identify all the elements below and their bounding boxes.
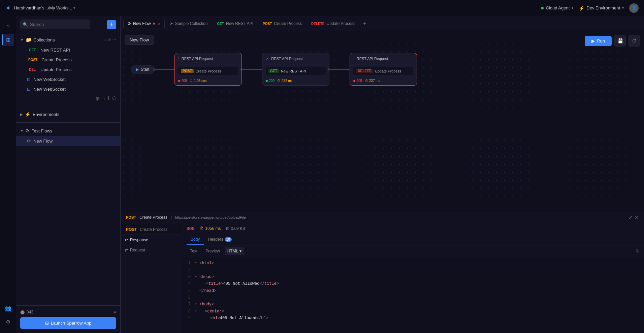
request-icon: ⇄: [125, 248, 128, 252]
panel-close-button[interactable]: ✕: [635, 215, 639, 220]
collapse-button[interactable]: «: [114, 310, 116, 314]
test-flows-section-header[interactable]: ▼ ⟳ Test Flows: [16, 125, 120, 136]
code-line-4: 4 <title>405 Not Allowed</title>: [181, 280, 644, 287]
tab-method-get: GET: [217, 22, 224, 26]
node-success-icon-2: ✓: [266, 56, 269, 61]
panel-sub-item-request[interactable]: ⇄ Request: [121, 245, 181, 255]
workspace-chevron-icon: ▾: [73, 6, 75, 10]
cloud-agent-selector[interactable]: Cloud Agent ▾: [541, 5, 573, 10]
rail-team-icon[interactable]: 👥: [2, 302, 14, 314]
run-button[interactable]: ▶ Run: [585, 36, 612, 46]
resp-tab-body[interactable]: Body: [187, 234, 204, 245]
item-label: New REST API: [40, 48, 70, 53]
collections-section-header[interactable]: ▼ 📁 Collections ↕ ⊕ ⋯: [16, 34, 120, 45]
code-line-7: 7 ▾ <body>: [181, 301, 644, 308]
add-collection-icon[interactable]: ⊕: [107, 37, 111, 42]
collection-item-ws-1[interactable]: ⊡ New WebSocket: [16, 74, 120, 84]
panel-expand-button[interactable]: ⤢: [629, 215, 633, 220]
fmt-preview-button[interactable]: Preview: [202, 247, 223, 255]
rail-home-icon[interactable]: ⌂: [2, 20, 14, 32]
tab-bar: ⟳ New Flow ✕ ➤ Sample Collection GET New…: [121, 16, 644, 31]
fmt-dropdown-chevron: ▾: [239, 249, 242, 253]
tab-post-create-process[interactable]: POST Create Process: [258, 19, 306, 28]
add-item-icon[interactable]: ⊕: [95, 95, 100, 102]
copy-button[interactable]: ⎘: [636, 248, 639, 254]
line-toggle-1[interactable]: ▾: [195, 260, 199, 267]
node-header-left-1: ! REST API Request: [178, 56, 213, 61]
add-button[interactable]: +: [107, 20, 116, 29]
node-status-code-2: 200: [266, 79, 275, 83]
env-label: Dev Environment: [586, 5, 620, 10]
node-endpoint-2: New REST API: [281, 69, 306, 73]
panel-body: POST Create Process ↩ Response ⇄ Request: [121, 223, 644, 333]
tab-delete-update-process[interactable]: DELETE Update Process: [307, 19, 360, 28]
fork-icon[interactable]: ⑃: [102, 95, 105, 102]
more-icon[interactable]: ⋯: [112, 37, 116, 42]
node-footer-1: 405 ⏱ 1.06 sec: [175, 78, 242, 85]
launch-sparrow-button[interactable]: ⊞ Launch Sparrow App: [20, 317, 116, 329]
tab-close-icon[interactable]: ✕: [158, 22, 160, 26]
panel-name-method: POST: [126, 227, 137, 232]
line-content-3: <head>: [199, 274, 214, 280]
flow-node-post-create-process[interactable]: ! REST API Request ··· POST Create Proce…: [174, 53, 242, 86]
panel-method-badge: POST: [126, 215, 136, 219]
tab-add-button[interactable]: +: [360, 19, 369, 28]
canvas-toolbar: New Flow: [125, 35, 154, 45]
node-endpoint-3: Update Process: [375, 69, 401, 73]
code-line-3: 3 ▾ <head>: [181, 274, 644, 280]
line-number-7: 7: [181, 301, 195, 308]
node-menu-2[interactable]: ···: [320, 56, 326, 61]
flow-node-delete-update-process[interactable]: ! REST API Request ··· DELETE Update Pro…: [350, 53, 417, 86]
avatar-icon: 👤: [632, 6, 637, 10]
test-flow-item-new-flow[interactable]: ⟳ New Flow: [16, 136, 120, 146]
collections-collapse-icon: ▼: [20, 38, 24, 42]
sort-icon[interactable]: ↕: [104, 37, 106, 42]
node-menu-1[interactable]: ···: [232, 56, 238, 61]
tab-new-flow[interactable]: ⟳ New Flow ✕: [123, 19, 165, 28]
share-icon[interactable]: ⬡: [112, 95, 116, 102]
search-input[interactable]: [20, 20, 90, 29]
tab-get-new-rest-api[interactable]: GET New REST API: [213, 19, 258, 28]
collection-item-post-create-process[interactable]: POST Create Process: [16, 55, 120, 65]
rail-settings-icon[interactable]: ⚙: [2, 315, 14, 328]
fmt-html-dropdown[interactable]: HTML ▾: [225, 247, 245, 255]
icon-rail: ⌂ ⊞ 👥 ⚙: [0, 16, 16, 333]
info-icon[interactable]: ℹ: [108, 95, 109, 102]
agent-chevron-icon: ▾: [572, 6, 573, 10]
workspace-label[interactable]: Harshvardhan's.../My Works... ▾: [14, 5, 75, 10]
user-avatar[interactable]: 👤: [629, 3, 639, 13]
flow-canvas[interactable]: New Flow ▶ Run 💾 ⏱ ▶ S: [121, 31, 644, 212]
node-menu-3[interactable]: ···: [408, 56, 414, 61]
environments-section-header[interactable]: ▶ ⚡ Environments: [16, 109, 120, 120]
collection-item-ws-2[interactable]: ⊡ New WebSocket: [16, 84, 120, 94]
start-node[interactable]: ▶ Start: [131, 65, 154, 74]
node-method-row-2: GET New REST API: [266, 67, 326, 75]
collections-label: Collections: [33, 37, 55, 42]
history-button[interactable]: ⏱: [629, 35, 640, 47]
tab-label: Sample Collection: [175, 21, 208, 26]
node-error-icon-3: !: [353, 56, 354, 61]
code-view[interactable]: 1 ▾ <html> 2 3 ▾ <head>: [181, 257, 644, 333]
flow-node-get-new-rest-api[interactable]: ✓ REST API Request ··· GET New REST API: [262, 53, 329, 86]
save-canvas-button[interactable]: 💾: [614, 35, 626, 47]
line-number-3: 3: [181, 274, 195, 280]
fmt-text-button[interactable]: Text: [187, 247, 201, 255]
main-layout: ⌂ ⊞ 👥 ⚙ 🔍 + ▼ 📁 Collections ↕ ⊕: [0, 0, 644, 333]
node-header-left-3: ! REST API Request: [353, 56, 388, 61]
tab-sample-collection[interactable]: ➤ Sample Collection: [165, 19, 212, 28]
collection-item-del-update-process[interactable]: DEL Update Process: [16, 65, 120, 74]
line-number-6: 6: [181, 294, 195, 301]
response-meta: 405 ⏱ 1056 ms ⊡ 0.69 KB: [181, 223, 644, 234]
collection-item-get-new-rest-api[interactable]: GET New REST API: [16, 45, 120, 55]
line-toggle-7[interactable]: ▾: [195, 301, 199, 308]
node-footer-3: 405 ⏱ 237 ms: [350, 78, 417, 85]
panel-sub-item-response[interactable]: ↩ Response: [121, 235, 181, 245]
rail-collections-icon[interactable]: ⊞: [2, 34, 14, 46]
line-toggle-3[interactable]: ▾: [195, 274, 199, 280]
resp-tab-headers[interactable]: Headers10: [204, 234, 235, 245]
environment-selector[interactable]: ⚡ Dev Environment ▾: [579, 5, 624, 11]
line-toggle-8[interactable]: ▾: [195, 308, 199, 315]
node-footer-2: 200 ⏱ 232 ms: [262, 78, 329, 85]
tab-label: New REST API: [226, 21, 253, 26]
line-content-1: <html>: [199, 260, 214, 267]
